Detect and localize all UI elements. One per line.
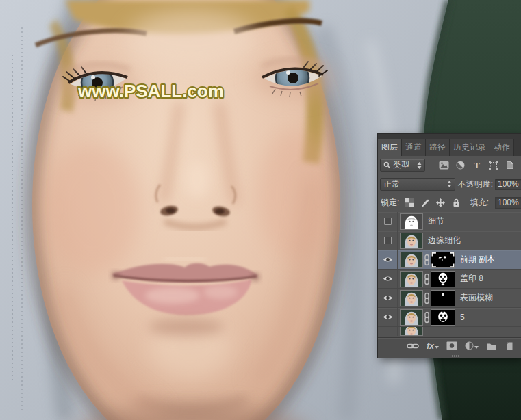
lock-label: 锁定: <box>381 197 399 209</box>
layers-panel: 图层 通道 路径 历史记录 动作 类型 <box>378 134 521 358</box>
fill-value[interactable]: 100% <box>495 197 521 209</box>
tab-paths[interactable]: 路径 <box>426 139 450 156</box>
tab-history[interactable]: 历史记录 <box>450 139 490 156</box>
lock-row: 锁定: 填充: 100% <box>378 194 521 212</box>
opacity-label: 不透明度: <box>458 179 493 190</box>
magnifier-icon <box>383 161 391 169</box>
mask-link-icon[interactable] <box>423 292 431 304</box>
layer-mask-thumbnail[interactable] <box>431 290 455 306</box>
new-layer-icon[interactable] <box>505 341 513 350</box>
eye-icon <box>383 256 393 263</box>
layer-thumbnail[interactable] <box>400 309 423 326</box>
layer-row-partial[interactable] <box>378 327 521 336</box>
layer-style-icon[interactable]: fx <box>427 342 439 350</box>
panel-resize-area <box>378 354 521 358</box>
visibility-toggle[interactable] <box>378 308 398 326</box>
tab-channels-label: 通道 <box>405 142 422 152</box>
mask-link-icon[interactable] <box>423 254 431 266</box>
layer-thumbnail[interactable] <box>400 327 423 336</box>
new-adjustment-layer-icon[interactable] <box>465 341 479 350</box>
svg-text:T: T <box>474 161 480 170</box>
eye-icon <box>383 313 393 321</box>
layer-thumbnail[interactable] <box>400 213 423 230</box>
tab-paths-label: 路径 <box>429 142 446 152</box>
layer-row-gaiyin-8[interactable]: 盖印 8 <box>378 270 521 289</box>
tab-layers-label: 图层 <box>381 142 398 152</box>
lock-paint-icon[interactable] <box>419 197 431 209</box>
lock-all-icon[interactable] <box>450 197 462 209</box>
photoshop-workspace: www.PSALL.com 图层 通道 路径 历史记录 动作 类型 <box>0 0 521 420</box>
layer-row-xijie[interactable]: 细节 <box>378 212 521 231</box>
layer-row-qianqi-fuben[interactable]: 前期 副本 <box>378 250 521 270</box>
layer-name: 前期 副本 <box>460 254 495 265</box>
tab-history-label: 历史记录 <box>453 142 486 152</box>
layer-name: 盖印 8 <box>460 273 483 285</box>
hidden-layer-checkbox <box>384 218 392 225</box>
mask-link-icon[interactable] <box>423 311 431 324</box>
layer-mask-thumbnail-selected[interactable] <box>431 252 455 268</box>
tab-actions[interactable]: 动作 <box>490 139 514 156</box>
visibility-toggle[interactable] <box>378 289 398 307</box>
layer-name: 边缘细化 <box>428 235 461 246</box>
opacity-value[interactable]: 100% <box>495 179 521 190</box>
fx-label: fx <box>427 342 434 350</box>
layer-thumbnail[interactable] <box>400 233 423 249</box>
panel-resize-grip[interactable] <box>440 355 460 357</box>
eye-icon <box>383 294 393 302</box>
adjustment-layer-filter-icon[interactable] <box>455 159 466 171</box>
mask-link-icon[interactable] <box>423 273 431 285</box>
visibility-toggle[interactable] <box>378 270 398 288</box>
fill-label: 填充: <box>470 197 489 209</box>
text-layer-filter-icon[interactable]: T <box>471 159 483 171</box>
blend-opacity-row: 正常 不透明度: 100% <box>378 174 521 194</box>
layer-thumbnail[interactable] <box>400 271 423 287</box>
hidden-layer-checkbox <box>384 237 392 244</box>
layer-mask-thumbnail[interactable] <box>431 309 455 326</box>
lock-transparent-pixels-icon[interactable] <box>403 197 415 209</box>
panel-tab-strip: 图层 通道 路径 历史记录 动作 <box>378 134 521 156</box>
layer-row-bianyuanxihua[interactable]: 边缘细化 <box>378 231 521 250</box>
updown-arrows-icon <box>447 180 452 188</box>
blend-mode-value: 正常 <box>383 179 400 190</box>
tab-actions-label: 动作 <box>494 142 510 152</box>
blend-mode-select[interactable]: 正常 <box>380 178 455 191</box>
filter-type-buttons: T <box>438 159 516 171</box>
panel-bottom-bar: fx <box>378 337 521 354</box>
layer-list: 细节 边缘细化 前期 副本 <box>378 212 521 337</box>
layer-row-biaomianmohu[interactable]: 表面模糊 <box>378 289 521 308</box>
layer-name: 细节 <box>428 215 444 227</box>
visibility-toggle[interactable] <box>378 327 398 336</box>
smart-object-filter-icon[interactable] <box>504 159 516 171</box>
link-layers-icon[interactable] <box>407 343 419 350</box>
layer-row-5[interactable]: 5 <box>378 308 521 327</box>
add-layer-mask-icon[interactable] <box>446 341 457 350</box>
filter-kind-select[interactable]: 类型 <box>380 159 425 172</box>
dropdown-arrow-icon <box>474 346 479 349</box>
dropdown-arrow-icon <box>435 346 439 349</box>
shape-layer-filter-icon[interactable] <box>487 159 499 171</box>
layer-name: 表面模糊 <box>460 292 493 304</box>
tab-channels[interactable]: 通道 <box>402 139 426 156</box>
layer-mask-thumbnail[interactable] <box>431 271 455 287</box>
visibility-toggle[interactable] <box>378 212 398 231</box>
lock-position-icon[interactable] <box>435 197 446 209</box>
tab-layers[interactable]: 图层 <box>378 139 402 156</box>
layer-filter-row: 类型 T <box>378 156 521 174</box>
watermark-text: www.PSALL.com <box>77 81 224 101</box>
layer-thumbnail[interactable] <box>400 290 423 306</box>
new-group-icon[interactable] <box>486 342 497 350</box>
updown-arrows-icon <box>417 161 422 170</box>
layer-thumbnail[interactable] <box>400 252 423 268</box>
visibility-toggle[interactable] <box>378 231 398 250</box>
filter-kind-value: 类型 <box>393 159 409 171</box>
layer-name: 5 <box>460 313 465 322</box>
eye-icon <box>383 275 393 283</box>
visibility-toggle[interactable] <box>378 250 398 269</box>
pixel-layer-filter-icon[interactable] <box>438 159 450 171</box>
